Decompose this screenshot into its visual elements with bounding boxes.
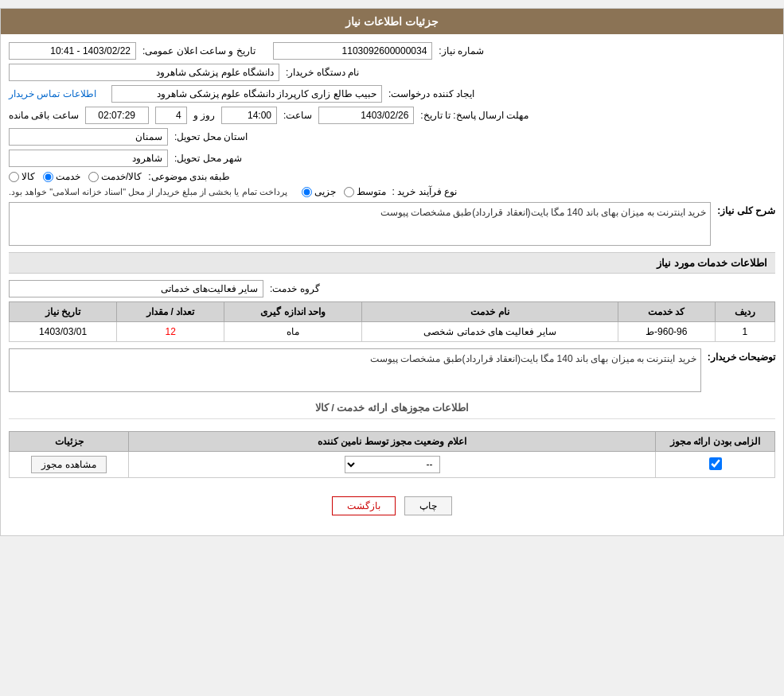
service-group-value: سایر فعالیت‌های خدماتی	[9, 280, 263, 297]
col-header-row: ردیف	[715, 302, 774, 322]
category-radio-group: کالا/خدمت خدمت کالا	[9, 171, 142, 182]
col-header-code: کد خدمت	[618, 302, 715, 322]
buyer-desc-label: توضیحات خریدار:	[708, 348, 775, 363]
row-buyer-org: نام دستگاه خریدار: دانشگاه علوم پزشکی شا…	[9, 64, 775, 81]
purchase-jozi-radio[interactable]	[302, 187, 312, 197]
row-city: شهر محل تحویل: شاهرود	[9, 150, 775, 167]
footer-buttons: چاپ بازگشت	[9, 484, 775, 527]
announcement-value: 1403/02/22 - 10:41	[9, 42, 136, 60]
description-value: خرید اینترنت به میزان بهای باند 140 مگا …	[9, 202, 711, 246]
response-time: 14:00	[221, 107, 277, 124]
response-remaining-label: ساعت باقی مانده	[9, 110, 79, 121]
perm-col-details: جزئیات	[10, 432, 129, 452]
announcement-label: تاریخ و ساعت اعلان عمومی:	[142, 45, 255, 56]
response-time-label: ساعت:	[283, 110, 312, 121]
category-kala-radio[interactable]	[9, 172, 19, 182]
category-label: طبقه بندی موضوعی:	[148, 171, 230, 182]
perm-col-required: الزامی بودن ارائه مجوز	[656, 432, 775, 452]
col-header-unit: واحد اندازه گیری	[224, 302, 362, 322]
contact-link[interactable]: اطلاعات تماس خریدار	[9, 88, 96, 99]
category-kala-khedmat-radio[interactable]	[88, 172, 99, 182]
response-remaining: 02:07:29	[85, 107, 149, 124]
province-value: سمنان	[9, 128, 168, 146]
creator-label: ایجاد کننده درخواست:	[388, 88, 474, 99]
print-button[interactable]: چاپ	[404, 496, 452, 515]
description-label: شرح کلی نیاز:	[717, 202, 775, 216]
need-number-value: 1103092600000034	[273, 42, 432, 60]
buyer-org-label: نام دستگاه خریدار:	[286, 67, 359, 78]
purchase-jozi-label: جزیی	[314, 186, 336, 197]
purchase-jozi-item: جزیی	[302, 186, 336, 197]
response-days: 4	[155, 107, 187, 124]
need-number-label: شماره نیاز:	[439, 45, 484, 56]
permissions-section-title: اطلاعات مجوزهای ارائه خدمت / کالا	[9, 397, 775, 419]
purchase-motavasset-radio[interactable]	[344, 187, 354, 197]
row-category: طبقه بندی موضوعی: کالا/خدمت خدمت کالا	[9, 171, 775, 182]
page-title-text: جزئیات اطلاعات نیاز	[345, 15, 439, 28]
response-days-label: روز و	[193, 110, 215, 121]
row-deadline: مهلت ارسال پاسخ: تا تاریخ: 1403/02/26 سا…	[9, 107, 775, 124]
response-date: 1403/02/26	[318, 107, 414, 124]
services-section-title: اطلاعات خدمات مورد نیاز	[9, 252, 775, 274]
row-need-number: شماره نیاز: 1103092600000034 تاریخ و ساع…	[9, 42, 775, 60]
purchase-type-radio-group: متوسط جزیی	[302, 186, 386, 197]
cell-row: 1	[715, 322, 774, 342]
perm-status-select[interactable]: --	[345, 456, 440, 473]
cell-qty: 12	[117, 322, 224, 342]
table-row: 1 960-96-ط سایر فعالیت های خدماتی شخصی م…	[10, 322, 775, 342]
description-wrapper: شرح کلی نیاز: خرید اینترنت به میزان بهای…	[9, 202, 775, 246]
row-service-group: گروه خدمت: سایر فعالیت‌های خدماتی	[9, 280, 775, 297]
category-kala-khedmat-label: کالا/خدمت	[101, 171, 142, 182]
buyer-desc-wrapper: توضیحات خریدار: خرید اینترنت به میزان به…	[9, 348, 775, 392]
perm-status-cell: --	[129, 452, 656, 478]
row-province: استان محل تحویل: سمنان	[9, 128, 775, 146]
cell-name: سایر فعالیت های خدماتی شخصی	[362, 322, 618, 342]
city-value: شاهرود	[9, 150, 168, 167]
purchase-type-note: پرداخت تمام یا بخشی از مبلغ خریدار از مح…	[9, 187, 287, 197]
province-label: استان محل تحویل:	[174, 131, 248, 142]
service-group-label: گروه خدمت:	[270, 283, 320, 294]
purchase-type-label: نوع فرآیند خرید :	[392, 186, 457, 197]
back-button[interactable]: بازگشت	[332, 496, 396, 515]
permissions-table: الزامی بودن ارائه مجوز اعلام وضعیت مجوز …	[9, 431, 775, 478]
purchase-motavasset-item: متوسط	[344, 186, 386, 197]
page-wrapper: جزئیات اطلاعات نیاز شماره نیاز: 11030926…	[0, 8, 784, 536]
category-khedmat-item: خدمت	[43, 171, 80, 182]
category-kala-khedmat-item: کالا/خدمت	[88, 171, 142, 182]
response-deadline-label: مهلت ارسال پاسخ: تا تاریخ:	[420, 110, 529, 121]
content-area: شماره نیاز: 1103092600000034 تاریخ و ساع…	[1, 34, 783, 535]
perm-col-status: اعلام وضعیت مجوز توسط نامین کننده	[129, 432, 656, 452]
category-khedmat-label: خدمت	[56, 171, 80, 182]
buyer-desc-value: خرید اینترنت به میزان بهای باند 140 مگا …	[9, 348, 701, 392]
row-purchase-type: نوع فرآیند خرید : متوسط جزیی پرداخت تمام…	[9, 186, 775, 197]
category-kala-label: کالا	[21, 171, 35, 182]
city-label: شهر محل تحویل:	[174, 153, 242, 164]
purchase-motavasset-label: متوسط	[357, 186, 386, 197]
buyer-org-value: دانشگاه علوم پزشکی شاهرود	[9, 64, 279, 81]
view-permit-button[interactable]: مشاهده مجوز	[31, 456, 106, 473]
cell-unit: ماه	[224, 322, 362, 342]
perm-required-cell	[656, 452, 775, 478]
perm-details-cell: مشاهده مجوز	[10, 452, 129, 478]
creator-value: حبیب طالع زاری کارپرداز دانشگاه علوم پزش…	[111, 85, 382, 103]
services-table: ردیف کد خدمت نام خدمت واحد اندازه گیری ت…	[9, 301, 775, 342]
col-header-name: نام خدمت	[362, 302, 618, 322]
col-header-date: تاریخ نیاز	[10, 302, 117, 322]
cell-code: 960-96-ط	[618, 322, 715, 342]
perm-table-row: -- مشاهده مجوز	[10, 452, 775, 478]
row-creator: ایجاد کننده درخواست: حبیب طالع زاری کارپ…	[9, 85, 775, 103]
perm-required-checkbox[interactable]	[709, 457, 722, 470]
category-kala-item: کالا	[9, 171, 35, 182]
cell-date: 1403/03/01	[10, 322, 117, 342]
category-khedmat-radio[interactable]	[43, 172, 53, 182]
col-header-qty: تعداد / مقدار	[117, 302, 224, 322]
page-title: جزئیات اطلاعات نیاز	[1, 9, 783, 34]
